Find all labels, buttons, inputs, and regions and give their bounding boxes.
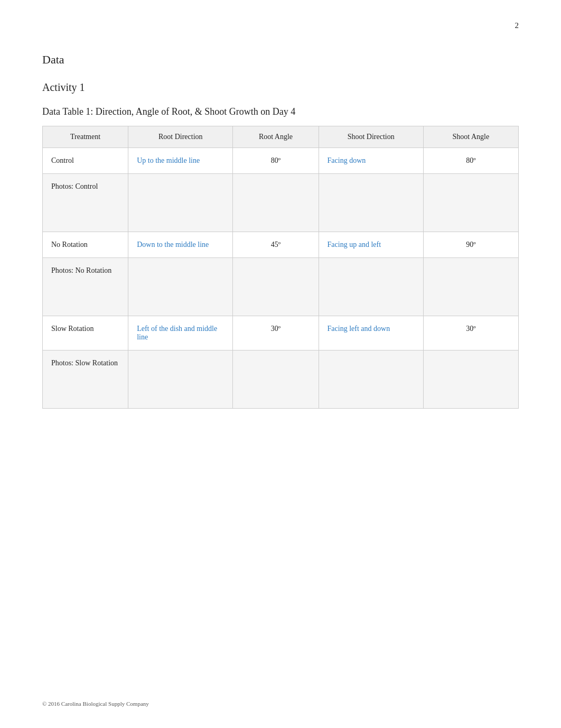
col-header-root-angle: Root Angle [233,126,319,148]
col-header-shoot-direction: Shoot Direction [319,126,423,148]
cell-shoot-direction: Facing down [319,148,423,174]
activity-heading: Activity 1 [42,81,519,94]
cell-shoot-angle [423,258,518,316]
cell-root-direction [128,174,233,232]
cell-root-angle: 30º [233,316,319,351]
data-row: ControlUp to the middle line80ºFacing do… [43,148,519,174]
col-header-shoot-angle: Shoot Angle [423,126,518,148]
cell-shoot-direction [319,258,423,316]
cell-treatment: No Rotation [43,232,128,258]
photo-row: Photos: No Rotation [43,258,519,316]
data-row: No RotationDown to the middle line45ºFac… [43,232,519,258]
cell-root-angle: 80º [233,148,319,174]
cell-shoot-angle: 30º [423,316,518,351]
photo-row: Photos: Control [43,174,519,232]
table-header-row: Treatment Root Direction Root Angle Shoo… [43,126,519,148]
cell-root-direction [128,351,233,409]
section-heading: Data [42,53,519,67]
cell-shoot-angle: 80º [423,148,518,174]
page-number: 2 [515,21,519,30]
cell-shoot-direction [319,351,423,409]
cell-root-angle [233,258,319,316]
cell-root-angle: 45º [233,232,319,258]
data-table: Treatment Root Direction Root Angle Shoo… [42,126,519,409]
cell-root-direction: Left of the dish and middle line [128,316,233,351]
footer: © 2016 Carolina Biological Supply Compan… [42,701,149,707]
data-row: Slow RotationLeft of the dish and middle… [43,316,519,351]
cell-treatment: Slow Rotation [43,316,128,351]
cell-root-direction: Down to the middle line [128,232,233,258]
cell-root-direction [128,258,233,316]
photo-row: Photos: Slow Rotation [43,351,519,409]
cell-shoot-angle [423,351,518,409]
col-header-root-direction: Root Direction [128,126,233,148]
cell-treatment: Photos: No Rotation [43,258,128,316]
table-title: Data Table 1: Direction, Angle of Root, … [42,106,519,117]
cell-shoot-direction: Facing left and down [319,316,423,351]
cell-treatment: Photos: Control [43,174,128,232]
cell-shoot-angle [423,174,518,232]
cell-treatment: Control [43,148,128,174]
cell-root-angle [233,351,319,409]
cell-shoot-angle: 90º [423,232,518,258]
cell-shoot-direction: Facing up and left [319,232,423,258]
cell-treatment: Photos: Slow Rotation [43,351,128,409]
cell-root-direction: Up to the middle line [128,148,233,174]
cell-shoot-direction [319,174,423,232]
cell-root-angle [233,174,319,232]
col-header-treatment: Treatment [43,126,128,148]
